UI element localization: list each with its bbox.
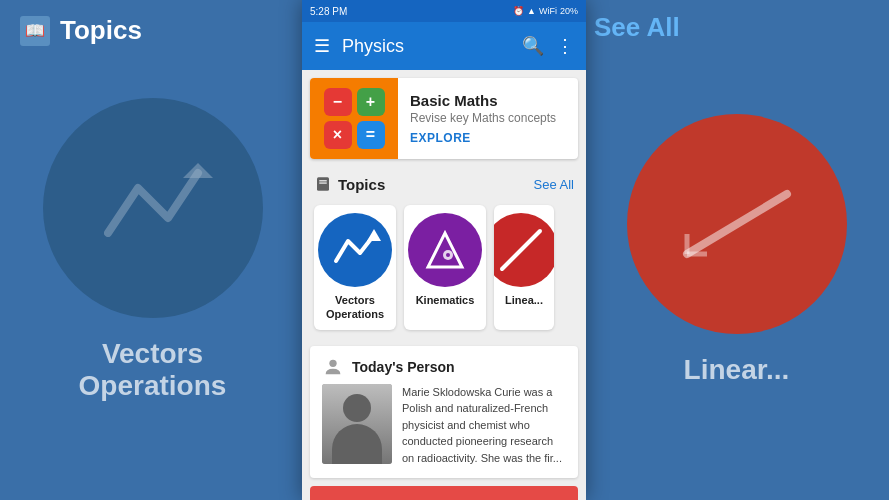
svg-marker-0 [183,163,213,178]
topics-row: VectorsOperations Kinematics [302,197,586,338]
wifi-icon: WiFi [539,6,557,16]
person-content: Marie Sklodowska Curie was a Polish and … [310,384,578,479]
kinematics-circle [408,213,482,287]
bg-left-top: 📖 Topics [0,0,305,61]
banner-subtitle: Revise key Maths concepts [410,111,556,125]
svg-line-10 [502,231,540,269]
search-icon[interactable]: 🔍 [522,35,544,57]
svg-marker-7 [367,229,381,241]
topics-book-icon [314,175,332,193]
linear-label: Linea... [501,293,547,307]
banner-icon-area: − + × = [310,78,398,159]
app-bar: ☰ Physics 🔍 ⋮ [302,22,586,70]
topics-title: Topics [338,176,385,193]
vectors-topic-icon [328,223,382,277]
person-silhouette [322,384,392,464]
bg-right-panel: See All Linear... [584,0,889,500]
phone-container: 5:28 PM ⏰ ▲ WiFi 20% ☰ Physics 🔍 ⋮ − + ×… [302,0,586,500]
signal-icon: ▲ [527,6,536,16]
math-grid: − + × = [314,78,395,159]
linear-topic-icon [494,223,548,277]
bottom-red-button[interactable] [310,486,578,500]
bg-vectors-circle [43,98,263,318]
svg-line-1 [687,194,787,254]
status-icons: ⏰ ▲ WiFi 20% [513,6,578,16]
banner-card[interactable]: − + × = Basic Maths Revise key Maths con… [310,78,578,159]
svg-rect-5 [319,180,327,181]
bg-vectors-label: Vectors Operations [79,338,227,402]
alarm-icon: ⏰ [513,6,524,16]
bg-left-panel: 📖 Topics Vectors Operations [0,0,305,500]
svg-rect-4 [317,177,329,191]
menu-icon[interactable]: ☰ [314,35,330,57]
minus-btn: − [324,88,352,116]
bg-linear-circle [627,114,847,334]
topics-section-header: Topics See All [302,167,586,197]
linear-circle [494,213,554,287]
svg-point-11 [329,359,336,366]
person-section-title: Today's Person [352,359,455,375]
see-all-button[interactable]: See All [534,177,574,192]
banner-title: Basic Maths [410,92,556,109]
app-title: Physics [342,36,510,57]
topic-card-linear[interactable]: Linea... [494,205,554,330]
person-header: Today's Person [310,346,578,384]
kinematics-icon [418,223,472,277]
vectors-label: VectorsOperations [322,293,388,322]
bg-topics-label: Topics [60,15,142,46]
linear-icon [677,184,797,264]
times-btn: × [324,121,352,149]
svg-rect-6 [319,183,327,184]
kinematics-label: Kinematics [412,293,479,307]
section-title: Topics [314,175,385,193]
topic-card-vectors[interactable]: VectorsOperations [314,205,396,330]
svg-point-9 [446,253,450,257]
person-icon [322,356,344,378]
bg-linear-label: Linear... [684,354,790,386]
vectors-icon [88,143,218,273]
explore-button[interactable]: EXPLORE [410,131,556,145]
equals-btn: = [357,121,385,149]
status-bar: 5:28 PM ⏰ ▲ WiFi 20% [302,0,586,22]
battery-text: 20% [560,6,578,16]
banner-text: Basic Maths Revise key Maths concepts EX… [398,78,568,159]
see-all-label: See All [594,12,680,43]
person-photo [322,384,392,464]
plus-btn: + [357,88,385,116]
book-icon: 📖 [20,16,50,46]
content-area: − + × = Basic Maths Revise key Maths con… [302,70,586,500]
todays-person-section: Today's Person Marie Sklodowska Curie wa… [310,346,578,479]
topic-card-kinematics[interactable]: Kinematics [404,205,486,330]
more-icon[interactable]: ⋮ [556,35,574,57]
person-description: Marie Sklodowska Curie was a Polish and … [402,384,566,467]
status-time: 5:28 PM [310,6,347,17]
vectors-circle [318,213,392,287]
